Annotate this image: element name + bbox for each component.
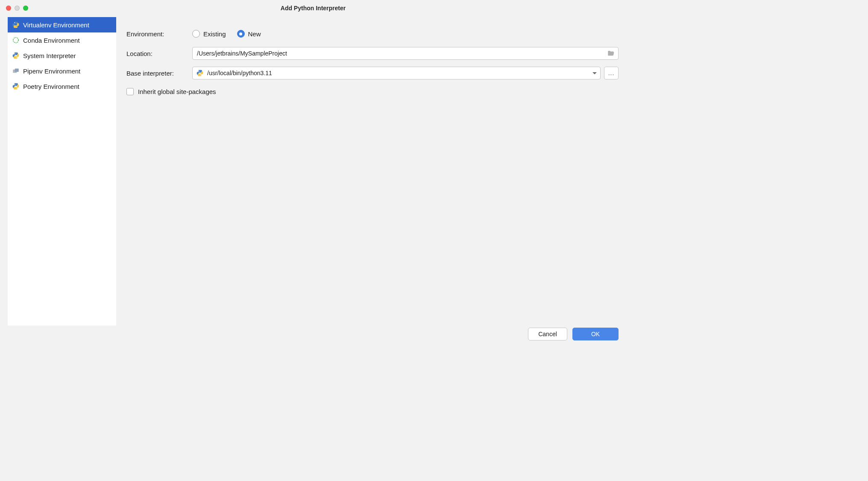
location-value: /Users/jetbrains/MySampleProject xyxy=(197,50,287,57)
radio-icon xyxy=(192,30,200,38)
zoom-window-button[interactable] xyxy=(23,6,28,11)
pipenv-icon xyxy=(12,67,20,75)
inherit-checkbox[interactable] xyxy=(126,88,134,95)
base-interpreter-label: Base interpreter: xyxy=(126,70,192,77)
svg-point-7 xyxy=(14,84,15,85)
environment-row: Environment: Existing New xyxy=(126,24,619,44)
interpreter-type-sidebar: Virtualenv Environment Conda Environment xyxy=(8,17,116,326)
ok-label: OK xyxy=(591,331,600,337)
dialog-title: Add Python Interpreter xyxy=(281,5,346,12)
environment-label: Environment: xyxy=(126,30,192,38)
inherit-label: Inherit global site-packages xyxy=(138,88,216,95)
location-input[interactable]: /Users/jetbrains/MySampleProject xyxy=(192,47,619,60)
inherit-row[interactable]: Inherit global site-packages xyxy=(126,83,619,100)
content-panel: Environment: Existing New Location: xyxy=(116,16,626,326)
chevron-down-icon xyxy=(592,72,597,74)
folder-open-icon[interactable] xyxy=(607,50,615,57)
svg-point-8 xyxy=(17,88,18,89)
radio-new[interactable]: New xyxy=(237,30,261,38)
location-label: Location: xyxy=(126,50,192,57)
sidebar-item-pipenv[interactable]: Pipenv Environment xyxy=(8,63,116,79)
window-controls xyxy=(6,6,28,11)
browse-label: ... xyxy=(608,70,615,76)
environment-radio-group: Existing New xyxy=(192,30,261,38)
sidebar-item-label: Conda Environment xyxy=(23,37,80,44)
ok-button[interactable]: OK xyxy=(572,328,619,340)
svg-point-10 xyxy=(201,75,202,76)
conda-icon xyxy=(12,36,20,44)
sidebar-item-label: Pipenv Environment xyxy=(23,67,80,75)
svg-rect-6 xyxy=(15,68,19,72)
sidebar-item-label: Virtualenv Environment xyxy=(23,21,89,29)
radio-label: New xyxy=(248,30,261,38)
dialog-footer: Cancel OK xyxy=(0,326,626,348)
close-window-button[interactable] xyxy=(6,6,11,11)
radio-label: Existing xyxy=(203,30,226,38)
python-icon xyxy=(196,69,204,77)
minimize-window-button[interactable] xyxy=(15,6,20,11)
titlebar: Add Python Interpreter xyxy=(0,0,626,16)
cancel-label: Cancel xyxy=(538,331,557,337)
sidebar-item-system[interactable]: System Interpreter xyxy=(8,48,116,63)
dialog-body: Virtualenv Environment Conda Environment xyxy=(0,16,626,326)
base-interpreter-row: Base interpreter: /usr/local/bin/python3… xyxy=(126,63,619,83)
dialog-window: Add Python Interpreter Virtualenv Enviro… xyxy=(0,0,626,348)
python-virtualenv-icon xyxy=(12,21,20,29)
svg-point-4 xyxy=(17,57,18,58)
cancel-button[interactable]: Cancel xyxy=(528,328,567,340)
location-row: Location: /Users/jetbrains/MySampleProje… xyxy=(126,44,619,63)
svg-point-9 xyxy=(198,70,199,71)
python-poetry-icon xyxy=(12,82,20,90)
sidebar-item-conda[interactable]: Conda Environment xyxy=(8,32,116,48)
sidebar-item-label: System Interpreter xyxy=(23,52,76,59)
svg-point-0 xyxy=(14,22,15,23)
python-icon xyxy=(12,52,20,59)
base-interpreter-value: /usr/local/bin/python3.11 xyxy=(207,70,272,76)
radio-icon xyxy=(237,30,245,38)
svg-point-3 xyxy=(14,53,15,54)
svg-point-2 xyxy=(13,38,18,43)
browse-button[interactable]: ... xyxy=(604,67,619,79)
svg-point-1 xyxy=(17,26,18,27)
sidebar-item-label: Poetry Environment xyxy=(23,83,79,90)
sidebar-item-poetry[interactable]: Poetry Environment xyxy=(8,79,116,94)
base-interpreter-dropdown[interactable]: /usr/local/bin/python3.11 xyxy=(192,67,601,79)
radio-existing[interactable]: Existing xyxy=(192,30,226,38)
sidebar-item-virtualenv[interactable]: Virtualenv Environment xyxy=(8,17,116,32)
